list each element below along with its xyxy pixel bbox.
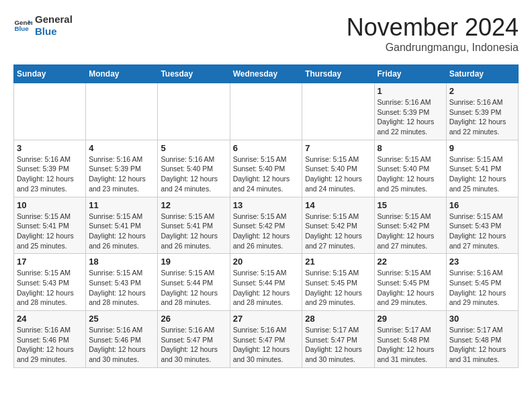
calendar-cell: 18Sunrise: 5:15 AM Sunset: 5:43 PM Dayli… [86,254,158,311]
day-number: 14 [305,200,371,210]
calendar-cell: 23Sunrise: 5:16 AM Sunset: 5:45 PM Dayli… [446,254,518,311]
calendar-cell: 1Sunrise: 5:16 AM Sunset: 5:39 PM Daylig… [374,83,446,140]
day-info: Sunrise: 5:15 AM Sunset: 5:43 PM Dayligh… [89,268,154,308]
calendar-table: SundayMondayTuesdayWednesdayThursdayFrid… [13,64,519,368]
calendar-cell [158,83,230,140]
weekday-header-friday: Friday [374,65,446,83]
day-number: 24 [17,314,83,324]
day-number: 3 [17,143,83,153]
day-info: Sunrise: 5:15 AM Sunset: 5:44 PM Dayligh… [161,268,226,308]
day-number: 8 [378,143,443,153]
day-number: 4 [89,143,154,153]
day-info: Sunrise: 5:16 AM Sunset: 5:39 PM Dayligh… [449,97,515,137]
day-number: 21 [305,257,371,267]
day-info: Sunrise: 5:15 AM Sunset: 5:44 PM Dayligh… [233,268,300,308]
day-number: 22 [378,257,443,267]
calendar-cell: 16Sunrise: 5:15 AM Sunset: 5:43 PM Dayli… [446,197,518,254]
calendar-week-row: 3Sunrise: 5:16 AM Sunset: 5:39 PM Daylig… [14,140,519,197]
day-number: 10 [17,200,83,210]
calendar-subtitle: Gandrungmangu, Indonesia [347,42,519,54]
day-info: Sunrise: 5:15 AM Sunset: 5:43 PM Dayligh… [449,212,515,251]
calendar-cell: 15Sunrise: 5:15 AM Sunset: 5:42 PM Dayli… [374,197,446,254]
day-info: Sunrise: 5:15 AM Sunset: 5:40 PM Dayligh… [305,154,371,194]
day-number: 30 [449,314,515,324]
logo-general: General [35,13,73,26]
day-info: Sunrise: 5:15 AM Sunset: 5:41 PM Dayligh… [17,212,83,251]
day-number: 6 [233,143,300,153]
day-info: Sunrise: 5:15 AM Sunset: 5:42 PM Dayligh… [305,212,371,251]
calendar-cell: 28Sunrise: 5:17 AM Sunset: 5:47 PM Dayli… [302,311,374,368]
day-number: 2 [449,86,515,96]
calendar-cell: 25Sunrise: 5:16 AM Sunset: 5:46 PM Dayli… [86,311,158,368]
day-info: Sunrise: 5:16 AM Sunset: 5:47 PM Dayligh… [233,325,300,365]
day-number: 18 [89,257,154,267]
day-info: Sunrise: 5:16 AM Sunset: 5:45 PM Dayligh… [449,268,515,308]
day-number: 9 [449,143,515,153]
day-info: Sunrise: 5:15 AM Sunset: 5:41 PM Dayligh… [449,154,515,194]
day-number: 29 [378,314,443,324]
logo: General Blue General Blue [13,13,73,38]
day-info: Sunrise: 5:16 AM Sunset: 5:46 PM Dayligh… [89,325,154,365]
day-info: Sunrise: 5:16 AM Sunset: 5:39 PM Dayligh… [17,154,83,194]
calendar-week-row: 1Sunrise: 5:16 AM Sunset: 5:39 PM Daylig… [14,83,519,140]
calendar-week-row: 10Sunrise: 5:15 AM Sunset: 5:41 PM Dayli… [14,197,519,254]
calendar-cell: 30Sunrise: 5:17 AM Sunset: 5:48 PM Dayli… [446,311,518,368]
calendar-cell: 8Sunrise: 5:15 AM Sunset: 5:40 PM Daylig… [374,140,446,197]
calendar-cell: 10Sunrise: 5:15 AM Sunset: 5:41 PM Dayli… [14,197,86,254]
day-number: 12 [161,200,226,210]
day-number: 7 [305,143,371,153]
day-info: Sunrise: 5:15 AM Sunset: 5:41 PM Dayligh… [161,212,226,251]
header: General Blue General Blue November 2024 … [13,13,519,54]
day-number: 20 [233,257,300,267]
calendar-cell: 5Sunrise: 5:16 AM Sunset: 5:40 PM Daylig… [158,140,230,197]
day-info: Sunrise: 5:17 AM Sunset: 5:47 PM Dayligh… [305,325,371,365]
calendar-cell: 26Sunrise: 5:16 AM Sunset: 5:47 PM Dayli… [158,311,230,368]
day-info: Sunrise: 5:15 AM Sunset: 5:40 PM Dayligh… [378,154,443,194]
calendar-cell: 9Sunrise: 5:15 AM Sunset: 5:41 PM Daylig… [446,140,518,197]
day-info: Sunrise: 5:17 AM Sunset: 5:48 PM Dayligh… [378,325,443,365]
calendar-cell: 13Sunrise: 5:15 AM Sunset: 5:42 PM Dayli… [230,197,302,254]
calendar-cell: 12Sunrise: 5:15 AM Sunset: 5:41 PM Dayli… [158,197,230,254]
day-number: 28 [305,314,371,324]
calendar-week-row: 17Sunrise: 5:15 AM Sunset: 5:43 PM Dayli… [14,254,519,311]
day-number: 5 [161,143,226,153]
day-info: Sunrise: 5:15 AM Sunset: 5:41 PM Dayligh… [89,212,154,251]
weekday-header-sunday: Sunday [14,65,86,83]
calendar-cell: 6Sunrise: 5:15 AM Sunset: 5:40 PM Daylig… [230,140,302,197]
calendar-cell: 14Sunrise: 5:15 AM Sunset: 5:42 PM Dayli… [302,197,374,254]
svg-text:Blue: Blue [14,25,29,32]
day-info: Sunrise: 5:16 AM Sunset: 5:47 PM Dayligh… [161,325,226,365]
calendar-title: November 2024 [347,13,519,42]
calendar-cell: 7Sunrise: 5:15 AM Sunset: 5:40 PM Daylig… [302,140,374,197]
calendar-cell: 20Sunrise: 5:15 AM Sunset: 5:44 PM Dayli… [230,254,302,311]
weekday-header-row: SundayMondayTuesdayWednesdayThursdayFrid… [14,65,519,83]
weekday-header-wednesday: Wednesday [230,65,302,83]
weekday-header-saturday: Saturday [446,65,518,83]
day-number: 27 [233,314,300,324]
calendar-cell: 24Sunrise: 5:16 AM Sunset: 5:46 PM Dayli… [14,311,86,368]
calendar-cell [86,83,158,140]
calendar-cell: 19Sunrise: 5:15 AM Sunset: 5:44 PM Dayli… [158,254,230,311]
calendar-cell: 29Sunrise: 5:17 AM Sunset: 5:48 PM Dayli… [374,311,446,368]
logo-blue: Blue [35,26,73,38]
calendar-cell: 17Sunrise: 5:15 AM Sunset: 5:43 PM Dayli… [14,254,86,311]
day-info: Sunrise: 5:16 AM Sunset: 5:40 PM Dayligh… [161,154,226,194]
weekday-header-thursday: Thursday [302,65,374,83]
day-info: Sunrise: 5:16 AM Sunset: 5:39 PM Dayligh… [378,97,443,137]
day-info: Sunrise: 5:16 AM Sunset: 5:39 PM Dayligh… [89,154,154,194]
day-number: 26 [161,314,226,324]
day-info: Sunrise: 5:15 AM Sunset: 5:43 PM Dayligh… [17,268,83,308]
day-number: 17 [17,257,83,267]
calendar-cell [14,83,86,140]
weekday-header-tuesday: Tuesday [158,65,230,83]
calendar-cell: 4Sunrise: 5:16 AM Sunset: 5:39 PM Daylig… [86,140,158,197]
calendar-cell: 2Sunrise: 5:16 AM Sunset: 5:39 PM Daylig… [446,83,518,140]
day-number: 11 [89,200,154,210]
day-info: Sunrise: 5:15 AM Sunset: 5:45 PM Dayligh… [378,268,443,308]
day-number: 15 [378,200,443,210]
calendar-cell: 3Sunrise: 5:16 AM Sunset: 5:39 PM Daylig… [14,140,86,197]
day-number: 13 [233,200,300,210]
day-number: 25 [89,314,154,324]
logo-icon: General Blue [13,16,32,35]
calendar-week-row: 24Sunrise: 5:16 AM Sunset: 5:46 PM Dayli… [14,311,519,368]
